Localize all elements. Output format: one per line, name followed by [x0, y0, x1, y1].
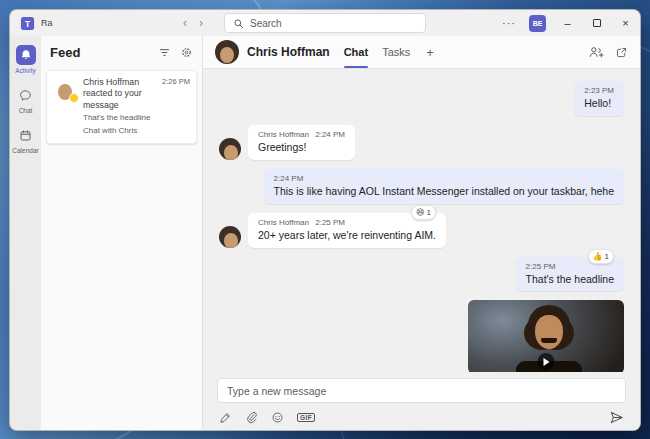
message-sender: Chris Hoffman: [258, 130, 309, 139]
minimize-button[interactable]: –: [553, 10, 582, 36]
search-icon: [233, 18, 244, 29]
add-people-button[interactable]: [588, 45, 604, 59]
filter-button[interactable]: [158, 46, 171, 59]
message-received[interactable]: 😆 1 Chris Hoffman 2:25 PM 20+ years late…: [219, 213, 624, 248]
gif-picker-icon[interactable]: GIF: [297, 413, 315, 422]
message-time: 2:24 PM: [315, 130, 345, 139]
chat-header-actions: [588, 45, 628, 59]
gif-subject-mustache: [541, 338, 557, 343]
message-list[interactable]: 2:23 PM Hello! Chris Hoffman 2:24 PM Gre…: [203, 69, 640, 372]
feed-title: Feed: [50, 45, 158, 60]
chat-tabs: Chat Tasks +: [344, 36, 434, 68]
message-sender: Chris Hoffman: [258, 218, 309, 227]
reaction-emoji: 😆: [416, 206, 424, 219]
chat-panel: Chris Hoffman Chat Tasks +: [203, 36, 640, 431]
feed-header: Feed: [41, 36, 202, 68]
rail-label: Chat: [19, 107, 33, 114]
reaction-badge[interactable]: 😆 1: [411, 205, 436, 220]
tab-tasks[interactable]: Tasks: [382, 36, 410, 68]
maximize-icon: [593, 19, 601, 27]
gif-thumbnail[interactable]: [468, 300, 624, 372]
forward-button[interactable]: ›: [199, 17, 203, 29]
tab-chat[interactable]: Chat: [344, 36, 368, 68]
rail-item-activity[interactable]: Activity: [10, 45, 41, 74]
message-text: 20+ years later, we're reinventing AIM.: [258, 228, 436, 243]
composer-toolbar: GIF: [217, 403, 626, 425]
rail-label: Activity: [15, 67, 36, 74]
add-tab-button[interactable]: +: [426, 45, 434, 60]
format-icon[interactable]: [219, 411, 232, 424]
message-text: That's the headline: [526, 272, 614, 287]
composer: GIF: [203, 372, 640, 431]
open-in-window-button[interactable]: [615, 46, 628, 59]
profile-avatar[interactable]: BE: [529, 15, 546, 32]
avatar-wrap: [53, 77, 77, 101]
avatar: [219, 138, 241, 160]
feed-panel: Feed: [41, 36, 203, 431]
notification-title: Chris Hoffman reacted to your message: [83, 77, 158, 111]
gif-subject-face: [535, 315, 563, 349]
attach-icon[interactable]: [245, 411, 258, 424]
teams-logo-icon: T: [20, 16, 35, 31]
message-input[interactable]: [217, 378, 626, 403]
titlebar: T Ra ‹ › ··· BE – ×: [10, 10, 640, 36]
desktop: T Ra ‹ › ··· BE – ×: [0, 0, 650, 439]
message-time: 2:25 PM: [315, 218, 345, 227]
chat-header: Chris Hoffman Chat Tasks +: [203, 36, 640, 69]
reaction-count: 1: [427, 206, 431, 219]
app-rail: Activity Chat Calendar: [10, 36, 41, 431]
chat-bubble-icon: [16, 85, 36, 105]
reaction-badge-icon: [69, 93, 79, 103]
svg-text:T: T: [25, 18, 31, 28]
avatar[interactable]: [215, 40, 239, 64]
notification-context: Chat with Chris: [83, 126, 190, 137]
rail-item-chat[interactable]: Chat: [10, 85, 41, 114]
window-title: Ra: [41, 18, 53, 28]
notification-preview: That's the headline: [83, 113, 190, 124]
play-button-icon[interactable]: [538, 353, 555, 370]
emoji-icon[interactable]: [271, 411, 284, 424]
chat-title: Chris Hoffman: [247, 45, 330, 59]
send-button[interactable]: [609, 410, 624, 425]
reaction-emoji: 👍: [593, 250, 603, 263]
reaction-count: 1: [605, 250, 609, 263]
message-time: 2:24 PM: [274, 173, 614, 184]
titlebar-controls: ··· BE – ×: [496, 10, 640, 36]
rail-item-calendar[interactable]: Calendar: [10, 125, 41, 154]
settings-gear-button[interactable]: [180, 46, 193, 59]
back-button[interactable]: ‹: [183, 17, 187, 29]
search-box[interactable]: [224, 13, 426, 33]
activity-bell-icon: [16, 45, 36, 65]
teams-window: T Ra ‹ › ··· BE – ×: [9, 9, 641, 431]
search-input[interactable]: [250, 18, 417, 29]
message-sent[interactable]: 2:24 PM This is like having AOL Instant …: [264, 169, 624, 204]
rail-label: Calendar: [12, 147, 38, 154]
message-received[interactable]: Chris Hoffman 2:24 PM Greetings!: [219, 125, 624, 160]
avatar: [219, 226, 241, 248]
calendar-icon: [16, 125, 36, 145]
notification-time: 2:26 PM: [162, 77, 190, 111]
feed-notification-card[interactable]: Chris Hoffman reacted to your message 2:…: [46, 70, 197, 144]
close-button[interactable]: ×: [611, 10, 640, 36]
message-sent[interactable]: 👍 1 2:25 PM That's the headline: [516, 257, 624, 292]
message-text: Greetings!: [258, 140, 345, 155]
gif-message[interactable]: [468, 300, 624, 372]
message-text: Hello!: [584, 96, 614, 111]
reaction-badge[interactable]: 👍 1: [588, 249, 614, 264]
message-sent[interactable]: 2:23 PM Hello!: [574, 81, 624, 116]
app-body: Activity Chat Calendar F: [10, 36, 640, 431]
nav-history: ‹ ›: [183, 10, 203, 36]
more-options-button[interactable]: ···: [496, 17, 522, 29]
message-time: 2:23 PM: [584, 85, 614, 96]
message-text: This is like having AOL Instant Messenge…: [274, 184, 614, 199]
maximize-button[interactable]: [582, 10, 611, 36]
